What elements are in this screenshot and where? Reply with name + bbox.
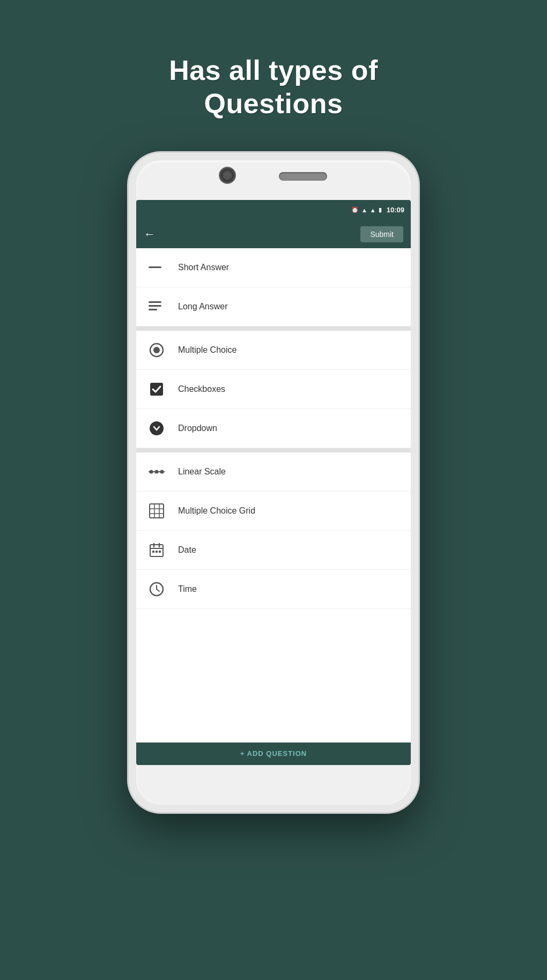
menu-item-multiple-choice-grid[interactable]: Multiple Choice Grid	[136, 492, 411, 531]
svg-point-9	[150, 470, 153, 473]
battery-icon: ▮	[379, 206, 382, 213]
divider-2	[136, 448, 411, 452]
svg-rect-0	[149, 266, 161, 268]
svg-rect-1	[149, 301, 161, 303]
svg-rect-23	[159, 551, 161, 553]
menu-section-choice: Multiple Choice Checkboxes	[136, 331, 411, 448]
multiple-choice-grid-label: Multiple Choice Grid	[178, 506, 255, 516]
phone-mockup: ⏰ ▲ ▲ ▮ 10:09 ← Submit Short Answer	[129, 153, 418, 812]
signal-icon: ▲	[361, 207, 367, 213]
grid-icon	[147, 501, 166, 521]
long-text-icon	[147, 297, 166, 316]
svg-point-5	[153, 347, 160, 353]
svg-point-11	[160, 470, 164, 473]
time-label: Time	[178, 584, 197, 594]
svg-point-7	[150, 421, 164, 435]
menu-item-checkboxes[interactable]: Checkboxes	[136, 370, 411, 409]
long-answer-label: Long Answer	[178, 302, 228, 311]
back-button[interactable]: ←	[144, 227, 156, 241]
menu-item-linear-scale[interactable]: Linear Scale	[136, 452, 411, 492]
phone-speaker	[279, 172, 327, 181]
menu-section-other: Linear Scale Multiple Choice Grid	[136, 452, 411, 609]
headline-line2: Questions	[169, 87, 378, 120]
short-text-icon	[147, 258, 166, 277]
svg-rect-21	[152, 551, 154, 553]
app-bar: ← Submit	[136, 220, 411, 248]
menu-item-time[interactable]: Time	[136, 570, 411, 609]
status-time: 10:09	[387, 206, 404, 214]
linear-scale-label: Linear Scale	[178, 467, 226, 477]
headline-line1: Has all types of	[169, 54, 378, 87]
phone-camera	[220, 168, 235, 183]
calendar-icon	[147, 540, 166, 560]
menu-item-short-answer[interactable]: Short Answer	[136, 248, 411, 287]
menu-item-long-answer[interactable]: Long Answer	[136, 287, 411, 326]
svg-rect-2	[149, 305, 161, 307]
status-bar: ⏰ ▲ ▲ ▮ 10:09	[136, 200, 411, 220]
svg-rect-22	[156, 551, 158, 553]
dropdown-label: Dropdown	[178, 424, 217, 433]
date-label: Date	[178, 545, 196, 555]
checkboxes-label: Checkboxes	[178, 384, 225, 394]
short-answer-label: Short Answer	[178, 263, 229, 272]
phone-screen: ⏰ ▲ ▲ ▮ 10:09 ← Submit Short Answer	[136, 200, 411, 765]
menu-section-text: Short Answer Long Answer	[136, 248, 411, 326]
menu-item-date[interactable]: Date	[136, 531, 411, 570]
multiple-choice-label: Multiple Choice	[178, 345, 236, 355]
alarm-icon: ⏰	[351, 206, 359, 213]
svg-rect-3	[149, 309, 157, 310]
add-question-bar[interactable]: + ADD QUESTION	[136, 743, 411, 765]
radio-icon	[147, 340, 166, 360]
menu-item-multiple-choice[interactable]: Multiple Choice	[136, 331, 411, 370]
divider-1	[136, 326, 411, 331]
svg-line-26	[157, 589, 159, 591]
menu-list: Short Answer Long Answer	[136, 248, 411, 765]
signal2-icon: ▲	[370, 207, 376, 213]
add-question-label: + ADD QUESTION	[240, 749, 307, 758]
scale-icon	[147, 462, 166, 481]
page-headline: Has all types of Questions	[169, 54, 378, 121]
menu-item-dropdown[interactable]: Dropdown	[136, 409, 411, 448]
dropdown-icon	[147, 419, 166, 438]
submit-button[interactable]: Submit	[360, 226, 403, 242]
clock-icon	[147, 580, 166, 599]
checkbox-icon	[147, 380, 166, 399]
svg-point-10	[155, 470, 159, 473]
svg-rect-12	[150, 504, 164, 518]
